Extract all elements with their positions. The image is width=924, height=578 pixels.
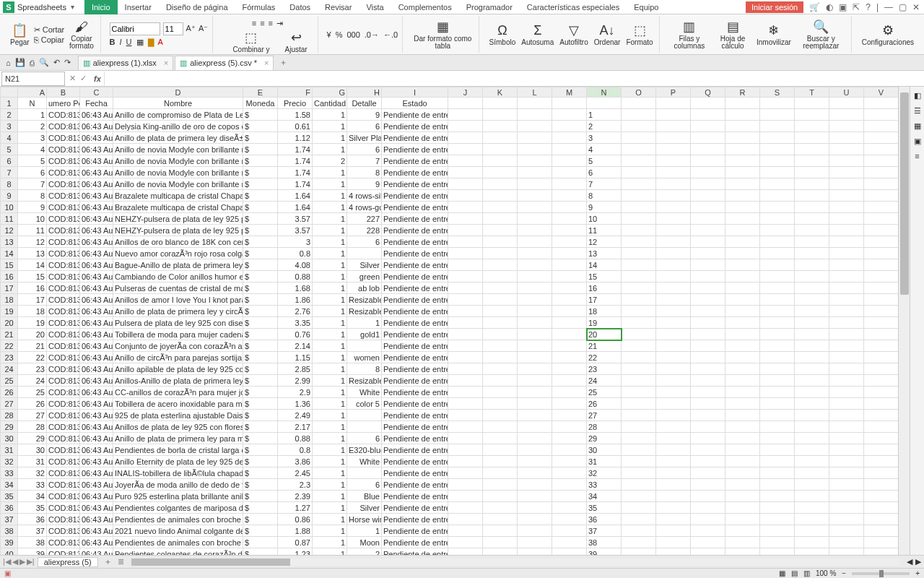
cell[interactable]: 36 (587, 514, 622, 525)
cell[interactable] (347, 340, 382, 352)
cell[interactable] (552, 248, 587, 259)
cell[interactable]: 25 (18, 387, 47, 398)
cell[interactable] (518, 537, 552, 548)
cell[interactable]: COD:81371 (47, 491, 80, 502)
cell[interactable] (795, 352, 829, 363)
merge-button[interactable]: ⬚Combinar y centrar (226, 28, 276, 56)
cell[interactable]: 1.88 (278, 525, 313, 537)
cell[interactable]: Estado (382, 98, 448, 109)
row-header[interactable]: 4 (1, 132, 18, 144)
cancel-formula-icon[interactable]: ✕ (69, 74, 76, 83)
cell[interactable] (483, 444, 518, 456)
align-bottom-icon[interactable]: ≡ (269, 14, 273, 16)
cell[interactable]: JoyerÃ­a de moda anillo de dedo de fiest… (113, 479, 243, 491)
row-header[interactable]: 9 (1, 190, 18, 202)
cell[interactable]: Pendiente de entrega (382, 467, 448, 479)
cell[interactable] (518, 514, 552, 525)
cell[interactable]: Cambiando de Color anillos humor emociÃ (113, 271, 243, 282)
cell[interactable]: 1 (313, 306, 347, 317)
row-header[interactable]: 15 (1, 259, 18, 271)
cell[interactable]: 0.88 (278, 433, 313, 444)
cell[interactable]: 2.14 (278, 340, 313, 352)
cell[interactable] (829, 375, 864, 387)
cell[interactable] (622, 190, 656, 202)
cell[interactable] (829, 467, 864, 479)
indent-icon[interactable]: ⇥ (276, 19, 283, 28)
cell[interactable] (518, 456, 552, 467)
cell[interactable] (760, 410, 795, 421)
cell[interactable] (725, 467, 760, 479)
cell[interactable]: Pendiente de entrega (382, 109, 448, 121)
cell[interactable] (829, 410, 864, 421)
cell[interactable] (552, 548, 587, 556)
cell[interactable] (691, 363, 725, 375)
cell[interactable] (448, 144, 483, 155)
cell[interactable]: 24 (587, 375, 622, 387)
cell[interactable]: Pendiente de entrega (382, 433, 448, 444)
cell[interactable] (656, 271, 691, 282)
cell[interactable]: 06:43 Aug. (80, 329, 113, 340)
cell[interactable] (760, 294, 795, 306)
cell[interactable] (760, 456, 795, 467)
cell[interactable] (760, 398, 795, 410)
close-tab-icon[interactable]: × (164, 59, 168, 67)
cell[interactable]: 06:43 Aug. (80, 340, 113, 352)
cell[interactable]: Blue (347, 491, 382, 502)
cell[interactable]: COD:81371 (47, 398, 80, 410)
cell[interactable] (829, 317, 864, 329)
cell[interactable] (448, 98, 483, 109)
skin-icon[interactable]: ▣ (839, 2, 847, 12)
percent-icon[interactable]: % (336, 30, 343, 39)
cell[interactable] (483, 225, 518, 236)
cell[interactable] (518, 248, 552, 259)
cell[interactable] (656, 98, 691, 109)
settings-button[interactable]: ⚙Configuraciones (860, 21, 915, 48)
cell[interactable] (622, 282, 656, 294)
col-header-L[interactable]: L (518, 87, 552, 98)
cell[interactable] (448, 537, 483, 548)
cell[interactable]: 1 (313, 537, 347, 548)
cell[interactable]: 14 (587, 259, 622, 271)
cell[interactable] (448, 491, 483, 502)
cell[interactable]: 06:43 Aug. (80, 306, 113, 317)
cell[interactable]: 20 (18, 329, 47, 340)
cell[interactable]: Pulsera de plata de ley 925 con diseÃ±o … (113, 317, 243, 329)
cell[interactable] (795, 525, 829, 537)
cell[interactable]: 6 (347, 433, 382, 444)
cell[interactable] (448, 329, 483, 340)
cell[interactable]: 26 (587, 398, 622, 410)
cell[interactable] (622, 317, 656, 329)
cell[interactable]: 6 (347, 144, 382, 155)
cell[interactable]: Pendiente de entrega (382, 363, 448, 375)
cell[interactable]: 2.49 (278, 410, 313, 421)
cell[interactable] (483, 479, 518, 491)
cell[interactable] (691, 421, 725, 433)
cell[interactable]: NEHZY-pulsera de plata de ley 925 para m… (113, 225, 243, 236)
cell[interactable] (483, 98, 518, 109)
cell[interactable]: Pendiente de entrega (382, 491, 448, 502)
cell[interactable] (622, 467, 656, 479)
menu-tab-datos[interactable]: Datos (282, 0, 318, 14)
cell[interactable]: 18 (587, 306, 622, 317)
cell[interactable] (448, 306, 483, 317)
cell[interactable] (725, 514, 760, 525)
cell[interactable] (448, 132, 483, 144)
cell[interactable]: 1.86 (278, 294, 313, 306)
cell[interactable]: 06:43 Aug. (80, 294, 113, 306)
cell[interactable]: Pendiente de entrega (382, 444, 448, 456)
cell[interactable]: 06:43 Aug. (80, 363, 113, 375)
cell[interactable] (552, 213, 587, 225)
cell[interactable] (760, 514, 795, 525)
cell[interactable]: Moon (347, 537, 382, 548)
menu-tab-programador[interactable]: Programador (459, 0, 520, 14)
cell[interactable]: 06:43 Aug. (80, 236, 113, 248)
cell[interactable]: 1 (313, 467, 347, 479)
cell[interactable] (691, 537, 725, 548)
align-top-icon[interactable]: ≡ (252, 14, 256, 16)
cell[interactable] (622, 363, 656, 375)
cell[interactable]: 6 (587, 167, 622, 178)
cell[interactable]: $ (243, 202, 278, 213)
cell[interactable] (725, 525, 760, 537)
cell[interactable] (760, 352, 795, 363)
cell[interactable]: 06:43 Aug. (80, 537, 113, 548)
